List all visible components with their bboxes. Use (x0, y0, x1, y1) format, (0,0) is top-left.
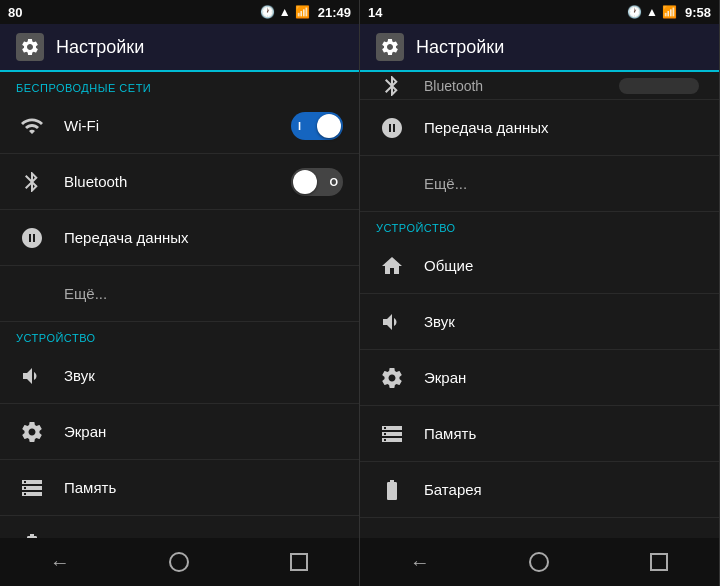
signal-icon-left: 📶 (295, 5, 310, 19)
battery-number-right: 14 (368, 5, 382, 20)
more-item-right[interactable]: Ещё... (360, 156, 719, 212)
battery-label-right: Батарея (424, 481, 703, 498)
bluetooth-label-left: Bluetooth (64, 173, 291, 190)
status-icons-left: 🕐 ▲ 📶 21:49 (260, 5, 351, 20)
wifi-toggle-label-left: I (298, 120, 301, 132)
section-header-device-right: УСТРОЙСТВО (360, 212, 719, 238)
wifi-toggle-switch-left[interactable]: I (291, 112, 343, 140)
recent-button-right[interactable] (635, 538, 683, 586)
sound-item-right[interactable]: Звук (360, 294, 719, 350)
bluetooth-icon-left (16, 166, 48, 198)
storage-icon-left (16, 472, 48, 504)
bluetooth-toggle-left[interactable]: O (291, 168, 343, 196)
wifi-icon-left (16, 110, 48, 142)
status-bar-left: 80 🕐 ▲ 📶 21:49 (0, 0, 359, 24)
more-label-left: Ещё... (64, 285, 343, 302)
alarm-icon-left: 🕐 (260, 5, 275, 19)
bluetooth-item-partial-right[interactable]: Bluetooth (360, 72, 719, 100)
display-item-right[interactable]: Экран (360, 350, 719, 406)
back-button-left[interactable]: ← (36, 538, 84, 586)
right-panel: 14 🕐 ▲ 📶 9:58 Настройки Bluetooth (360, 0, 720, 586)
settings-app-icon-left (16, 33, 44, 61)
home-icon-right (529, 552, 549, 572)
battery-icon-right (376, 474, 408, 506)
settings-list-right: Bluetooth Передача данных Ещё... УСТРОЙС… (360, 72, 719, 538)
sound-item-left[interactable]: Звук (0, 348, 359, 404)
app-bar-left: Настройки (0, 24, 359, 72)
general-label-right: Общие (424, 257, 703, 274)
bluetooth-icon-partial-right (376, 72, 408, 102)
data-item-right[interactable]: Передача данных (360, 100, 719, 156)
sound-label-right: Звук (424, 313, 703, 330)
display-item-left[interactable]: Экран (0, 404, 359, 460)
data-icon-left (16, 222, 48, 254)
storage-label-right: Память (424, 425, 703, 442)
settings-app-icon-right (376, 33, 404, 61)
bluetooth-label-partial-right: Bluetooth (424, 78, 619, 94)
wifi-item-left[interactable]: Wi-Fi I (0, 98, 359, 154)
recent-icon-right (650, 553, 668, 571)
data-label-right: Передача данных (424, 119, 703, 136)
sound-icon-right (376, 306, 408, 338)
settings-list-left: БЕСПРОВОДНЫЕ СЕТИ Wi-Fi I Bluetooth (0, 72, 359, 538)
home-button-left[interactable] (155, 538, 203, 586)
apps-item-right[interactable]: Приложения (360, 518, 719, 538)
display-label-left: Экран (64, 423, 343, 440)
apps-icon-right (376, 530, 408, 539)
section-header-wireless-left: БЕСПРОВОДНЫЕ СЕТИ (0, 72, 359, 98)
display-label-right: Экран (424, 369, 703, 386)
back-icon-left: ← (50, 551, 70, 574)
back-button-right[interactable]: ← (396, 538, 444, 586)
app-bar-right: Настройки (360, 24, 719, 72)
display-icon-right (376, 362, 408, 394)
battery-item-right[interactable]: Батарея (360, 462, 719, 518)
storage-label-left: Память (64, 479, 343, 496)
nav-bar-left: ← (0, 538, 359, 586)
data-icon-right (376, 112, 408, 144)
recent-icon-left (290, 553, 308, 571)
app-title-right: Настройки (416, 37, 504, 58)
wifi-status-icon-right: ▲ (646, 5, 658, 19)
bluetooth-toggle-switch-left[interactable]: O (291, 168, 343, 196)
wifi-label-left: Wi-Fi (64, 117, 291, 134)
status-battery-left: 80 (8, 5, 22, 20)
sound-icon-left (16, 360, 48, 392)
storage-item-left[interactable]: Память (0, 460, 359, 516)
battery-icon-left (16, 528, 48, 539)
status-icons-right: 🕐 ▲ 📶 9:58 (627, 5, 711, 20)
battery-item-left[interactable]: Батарея (0, 516, 359, 538)
signal-icon-right: 📶 (662, 5, 677, 19)
bluetooth-toggle-label-left: O (329, 176, 338, 188)
bluetooth-toggle-thumb-left (293, 170, 317, 194)
back-icon-right: ← (410, 551, 430, 574)
home-button-right[interactable] (515, 538, 563, 586)
apps-label-right: Приложения (424, 537, 703, 538)
status-battery-right: 14 (368, 5, 382, 20)
recent-button-left[interactable] (275, 538, 323, 586)
general-item-right[interactable]: Общие (360, 238, 719, 294)
alarm-icon-right: 🕐 (627, 5, 642, 19)
storage-icon-right (376, 418, 408, 450)
nav-bar-right: ← (360, 538, 719, 586)
data-item-left[interactable]: Передача данных (0, 210, 359, 266)
storage-item-right[interactable]: Память (360, 406, 719, 462)
data-label-left: Передача данных (64, 229, 343, 246)
more-item-left[interactable]: Ещё... (0, 266, 359, 322)
time-left: 21:49 (318, 5, 351, 20)
wifi-toggle-thumb-left (317, 114, 341, 138)
bluetooth-item-left[interactable]: Bluetooth O (0, 154, 359, 210)
app-title-left: Настройки (56, 37, 144, 58)
battery-number-left: 80 (8, 5, 22, 20)
wifi-status-icon: ▲ (279, 5, 291, 19)
section-header-device-left: УСТРОЙСТВО (0, 322, 359, 348)
battery-label-left: Батарея (64, 535, 343, 538)
time-right: 9:58 (685, 5, 711, 20)
status-bar-right: 14 🕐 ▲ 📶 9:58 (360, 0, 719, 24)
sound-label-left: Звук (64, 367, 343, 384)
left-panel: 80 🕐 ▲ 📶 21:49 Настройки БЕСПРОВОДНЫЕ СЕ… (0, 0, 360, 586)
wifi-toggle-left[interactable]: I (291, 112, 343, 140)
more-label-right: Ещё... (424, 175, 703, 192)
display-icon-left (16, 416, 48, 448)
home-icon-left (169, 552, 189, 572)
general-icon-right (376, 250, 408, 282)
